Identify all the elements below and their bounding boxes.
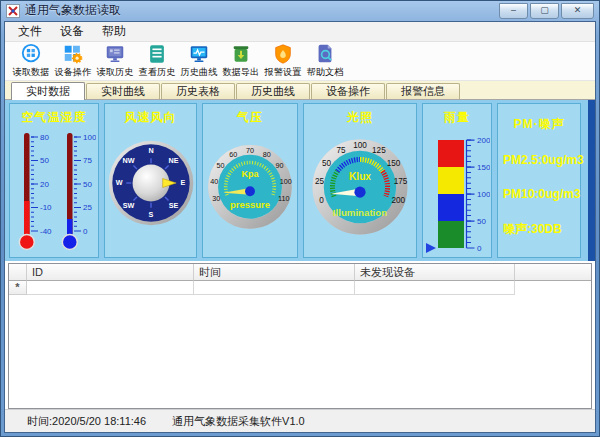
- gauge-tick-label: 75: [337, 146, 347, 155]
- status-app-name: 通用气象数据采集软件V1.0: [172, 414, 305, 429]
- gauge-tick-label: 110: [278, 194, 289, 203]
- data-grid-area: ID 时间 未发现设备 *: [5, 261, 595, 409]
- row-selector-header: [9, 264, 27, 281]
- client-area: 文件 设备 帮助 读取数据 设备操作: [4, 21, 596, 433]
- gauge-tick-label: 30: [212, 194, 220, 203]
- close-button[interactable]: ✕: [561, 3, 594, 19]
- tick-label: 200: [477, 136, 490, 145]
- table-cell: [194, 281, 355, 295]
- pm25-value: PM2.5:0ug/m3: [503, 153, 584, 167]
- grid-header-row: ID 时间 未发现设备: [9, 264, 591, 281]
- thermometer-bulb: [62, 235, 77, 250]
- gauge-unit: Klux: [349, 171, 371, 182]
- help-doc-button[interactable]: 帮助文档: [304, 43, 346, 79]
- pm-noise-panel: PM·噪声 PM2.5:0ug/m3 PM10:0ug/m3 噪声:30DB: [497, 103, 581, 258]
- gauge-tick-label: 200: [392, 196, 406, 205]
- panel-title: PM·噪声: [514, 116, 565, 133]
- direction-label: S: [148, 210, 153, 219]
- menu-device[interactable]: 设备: [51, 22, 93, 41]
- direction-label: SE: [168, 201, 178, 210]
- rain-panel: 雨量 200 150 100 50 0: [422, 103, 492, 258]
- view-history-button[interactable]: 查看历史: [136, 43, 178, 79]
- panel-title: 空气温湿度: [22, 109, 87, 126]
- tick-label: 50: [477, 217, 486, 226]
- rain-segment-blue: [438, 194, 464, 221]
- gauge-tick-label: 50: [216, 161, 224, 170]
- menu-bar: 文件 设备 帮助: [5, 22, 595, 42]
- tick-label: 100: [83, 133, 96, 142]
- gauge-tick-label: 100: [280, 177, 292, 186]
- read-history-button[interactable]: 读取历史: [94, 43, 136, 79]
- tab-history-curve[interactable]: 历史曲线: [236, 83, 310, 99]
- tab-realtime-curve[interactable]: 实时曲线: [86, 83, 160, 99]
- tick-label: 0: [83, 227, 88, 236]
- alarm-settings-button[interactable]: 报警设置: [262, 43, 304, 79]
- gauge-tick-label: 175: [394, 177, 408, 186]
- direction-label: E: [180, 178, 185, 187]
- document-list-icon: [146, 43, 168, 65]
- rain-level-gauge: 200 150 100 50 0: [424, 128, 490, 254]
- direction-label: NW: [122, 156, 134, 165]
- window-controls: – ▢ ✕: [499, 3, 594, 19]
- gauge-tick-label: 25: [315, 177, 325, 186]
- column-header-time[interactable]: 时间: [194, 264, 355, 281]
- read-data-button[interactable]: 读取数据: [10, 43, 52, 79]
- menu-help[interactable]: 帮助: [93, 22, 135, 41]
- minimize-button[interactable]: –: [499, 3, 528, 19]
- status-bar: 时间:2020/5/20 18:11:46 通用气象数据采集软件V1.0: [5, 409, 595, 432]
- direction-label: N: [148, 146, 153, 155]
- wind-compass: N NE E SE S SW W NW: [106, 138, 196, 228]
- direction-label: W: [115, 178, 122, 187]
- tab-device-operation[interactable]: 设备操作: [311, 83, 385, 99]
- gauge-label: Illumination: [333, 207, 387, 218]
- gauge-tick-label: 150: [387, 159, 401, 168]
- gauge-tick-label: 40: [210, 177, 218, 186]
- tick-label: -10: [40, 203, 52, 212]
- pressure-panel: 气压 30 40 50 60 70 80 90 100: [202, 103, 298, 258]
- pressure-gauge: 30 40 50 60 70 80 90 100 110 Kpa pressur…: [205, 140, 295, 230]
- thermometer-bulb: [19, 235, 34, 250]
- tab-alarm-info[interactable]: 报警信息: [386, 83, 460, 99]
- direction-label: SW: [122, 201, 134, 210]
- rain-segment-red: [438, 140, 464, 167]
- app-icon: [6, 4, 20, 18]
- realtime-data-page: 空气温湿度 80 50 20 -10 -40: [5, 100, 595, 261]
- menu-file[interactable]: 文件: [9, 22, 51, 41]
- tick-label: 50: [83, 180, 92, 189]
- tick-label: 50: [40, 156, 49, 165]
- illumination-gauge: 0 25 50 75 100 125 150 175 200 Klux Illu…: [309, 134, 411, 236]
- alarm-shield-icon: [272, 43, 294, 65]
- rain-segment-yellow: [438, 167, 464, 194]
- device-operation-button[interactable]: 设备操作: [52, 43, 94, 79]
- gauge-tick-label: 90: [276, 161, 284, 170]
- grid-empty-area: [9, 295, 591, 408]
- gauge-tick-label: 125: [372, 146, 386, 155]
- monitor-curve-icon: [188, 43, 210, 65]
- row-selector[interactable]: *: [9, 281, 27, 295]
- title-bar: 通用气象数据读取 – ▢ ✕: [0, 0, 600, 21]
- maximize-button[interactable]: ▢: [530, 3, 559, 19]
- noise-value: 噪声:30DB: [503, 221, 562, 238]
- rain-segment-green: [438, 221, 464, 248]
- column-header-id[interactable]: ID: [27, 264, 194, 281]
- gauge-unit: Kpa: [241, 169, 259, 179]
- tab-realtime-data[interactable]: 实时数据: [11, 82, 85, 100]
- export-down-icon: [230, 43, 252, 65]
- status-time: 时间:2020/5/20 18:11:46: [27, 414, 146, 429]
- history-curve-button[interactable]: 历史曲线: [178, 43, 220, 79]
- wind-panel: 风速风向: [104, 103, 197, 258]
- pm10-value: PM10:0ug/m3: [503, 187, 580, 201]
- tick-label: 75: [83, 156, 92, 165]
- table-row[interactable]: *: [9, 281, 591, 295]
- panel-title: 光照: [347, 109, 373, 126]
- tab-history-table[interactable]: 历史表格: [161, 83, 235, 99]
- toolbar: 读取数据 设备操作 读取历史: [5, 42, 595, 81]
- panel-title: 气压: [237, 109, 263, 126]
- doc-search-icon: [314, 43, 336, 65]
- tick-label: 150: [477, 163, 490, 172]
- tick-label: 100: [477, 190, 490, 199]
- column-header-device[interactable]: 未发现设备: [355, 264, 515, 281]
- gauge-tick-label: 60: [229, 150, 237, 159]
- monitor-history-icon: [104, 43, 126, 65]
- data-export-button[interactable]: 数据导出: [220, 43, 262, 79]
